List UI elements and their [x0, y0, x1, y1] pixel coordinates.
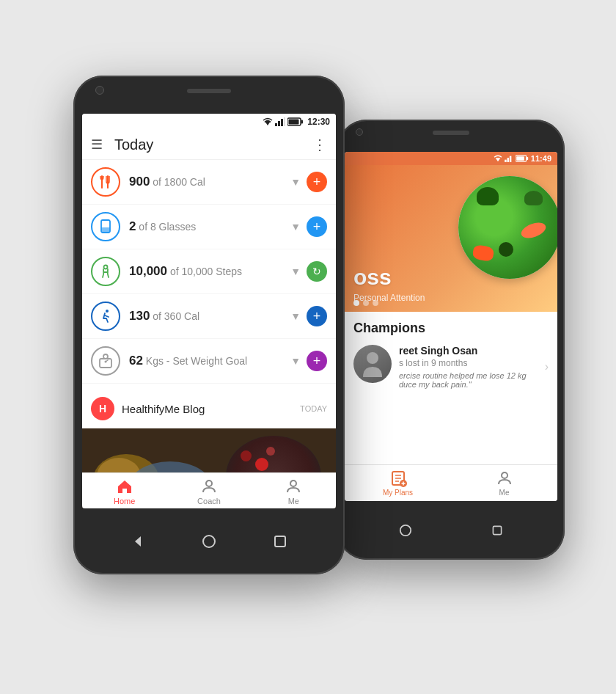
exercise-dropdown[interactable]: ▼: [290, 310, 301, 322]
menu-icon[interactable]: ☰: [91, 136, 103, 153]
svg-point-15: [103, 354, 108, 359]
svg-marker-20: [135, 536, 141, 547]
my-plans-icon: [389, 470, 407, 487]
weight-add-btn[interactable]: +: [307, 351, 327, 371]
blog-header: H HealthifyMe Blog TODAY: [82, 390, 336, 428]
steps-text: 10,000 of 10,000 Steps: [129, 264, 290, 279]
champion-name: reet Singh Osan: [399, 345, 538, 357]
scale-icon: [98, 353, 114, 369]
water-dropdown[interactable]: ▼: [290, 221, 301, 233]
exercise-add-btn[interactable]: +: [307, 306, 327, 326]
calories-actions: ▼ +: [290, 172, 327, 192]
blog-logo: H: [91, 397, 114, 420]
phone-2-bottom-bar: [337, 501, 565, 560]
me-icon: [285, 478, 302, 495]
nav-home-label: Home: [114, 497, 135, 505]
svg-rect-40: [493, 526, 501, 534]
champion-quote: ercise routine helped me lose 12 kgduce …: [399, 371, 538, 389]
champion-card[interactable]: reet Singh Osan s lost in 9 months ercis…: [353, 345, 549, 389]
svg-rect-11: [101, 227, 110, 233]
water-tracker-row: 2 of 8 Glasses ▼ +: [82, 205, 336, 249]
status-icons: 12:30: [263, 117, 330, 127]
nav-coach-label: Coach: [197, 497, 221, 505]
phone-2-camera: [356, 128, 363, 136]
exercise-text: 130 of 360 Cal: [129, 309, 290, 324]
dot-3[interactable]: [373, 300, 378, 306]
weight-actions: ▼ +: [290, 351, 327, 371]
exercise-actions: ▼ +: [290, 306, 327, 326]
steps-refresh-btn[interactable]: ↻: [307, 261, 327, 282]
more-icon[interactable]: ⋮: [312, 136, 327, 153]
phone-camera: [95, 86, 104, 95]
p2-wifi-icon: [494, 155, 502, 162]
steps-dropdown[interactable]: ▼: [290, 266, 301, 277]
nav-me[interactable]: Me: [252, 478, 336, 505]
p2-me-icon: [496, 470, 513, 487]
steps-tracker-row: 10,000 of 10,000 Steps ▼ ↻: [82, 249, 336, 294]
p2-recents-hw-btn[interactable]: [486, 519, 508, 541]
champion-info: reet Singh Osan s lost in 9 months ercis…: [399, 345, 538, 389]
champions-title: Champions: [353, 321, 549, 336]
water-add-btn[interactable]: +: [307, 216, 327, 237]
carousel-dots: [353, 300, 378, 306]
svg-point-21: [203, 536, 215, 547]
p2-home-hw-btn[interactable]: [395, 519, 417, 541]
dot-2[interactable]: [363, 300, 369, 306]
nav-me-label: Me: [288, 497, 299, 505]
time-display: 12:30: [307, 117, 330, 127]
svg-rect-1: [275, 123, 277, 126]
svg-point-13: [106, 310, 109, 313]
calories-add-btn[interactable]: +: [307, 172, 327, 192]
water-actions: ▼ +: [290, 216, 327, 237]
home-icon: [116, 478, 133, 495]
p2-nav-my-plans[interactable]: My Plans: [345, 470, 451, 497]
champions-section: Champions reet Singh Osan s lost in 9 mo…: [345, 312, 557, 398]
phone-1: 12:30 ☰ Today ⋮: [73, 76, 345, 574]
weight-icon: [91, 346, 120, 376]
blog-date: TODAY: [300, 404, 327, 413]
svg-point-39: [400, 525, 410, 536]
water-icon: [91, 212, 120, 241]
p2-signal-icon: [505, 155, 513, 162]
svg-rect-14: [100, 359, 111, 368]
food-bowl: [458, 176, 557, 279]
svg-rect-4: [284, 117, 285, 126]
blog-title: HealthifyMe Blog: [122, 403, 300, 415]
weight-tracker-row: 62 Kgs - Set Weight Goal ▼ +: [82, 339, 336, 384]
dot-1[interactable]: [353, 300, 359, 306]
water-text: 2 of 8 Glasses: [129, 219, 290, 234]
person-avatar-icon: [362, 351, 384, 377]
weight-dropdown[interactable]: ▼: [290, 355, 301, 367]
svg-point-38: [502, 472, 507, 478]
svg-rect-25: [507, 158, 509, 162]
svg-point-12: [104, 266, 108, 269]
hero-section: oss Personal Attention: [345, 165, 557, 312]
exercise-main: 130 of 360 Cal: [129, 309, 290, 324]
nav-coach[interactable]: Coach: [166, 478, 251, 505]
nav-home[interactable]: Home: [82, 478, 166, 505]
coach-icon: [200, 478, 218, 495]
p2-nav-me[interactable]: Me: [451, 470, 557, 497]
home-btn[interactable]: [198, 530, 220, 552]
chevron-right-icon[interactable]: ›: [545, 360, 549, 373]
exercise-run-icon: [98, 308, 114, 324]
p2-me-label: Me: [499, 489, 510, 497]
exercise-tracker-row: 130 of 360 Cal ▼ +: [82, 294, 336, 339]
svg-rect-3: [281, 119, 283, 126]
phone2-bottom-nav: My Plans Me: [345, 464, 557, 501]
phone-bottom-bar: [73, 508, 345, 574]
page-title: Today: [114, 136, 312, 153]
calories-icon: [91, 167, 120, 197]
phone2-status-bar: 11:49: [345, 152, 557, 165]
svg-rect-2: [278, 121, 280, 126]
p2-time: 11:49: [531, 154, 551, 163]
back-btn[interactable]: [127, 530, 149, 552]
svg-point-19: [290, 481, 296, 486]
calories-dropdown[interactable]: ▼: [290, 176, 301, 188]
fork-knife-icon: [98, 174, 114, 190]
toolbar: ☰ Today ⋮: [82, 130, 336, 160]
water-main: 2 of 8 Glasses: [129, 219, 290, 234]
p2-my-plans-label: My Plans: [383, 489, 413, 497]
champion-stat: s lost in 9 months: [399, 358, 538, 368]
recents-btn[interactable]: [269, 530, 291, 552]
